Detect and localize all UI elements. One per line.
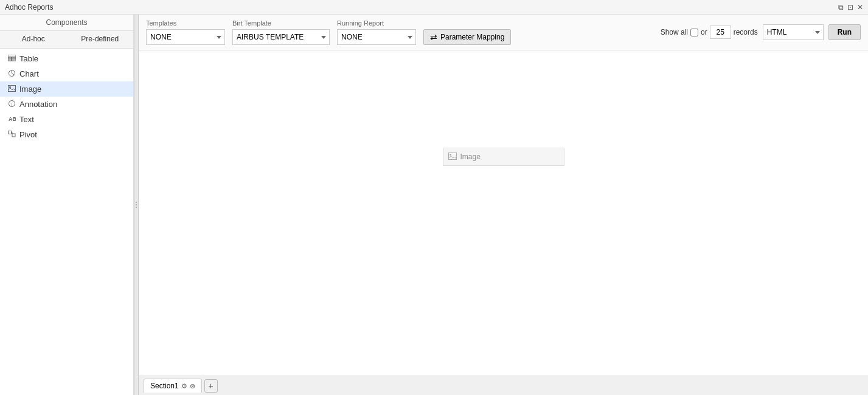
canvas-content: Image	[139, 50, 868, 376]
svg-point-14	[450, 154, 451, 156]
toolbar-right: Show all or records HTML PDF Excel Word …	[661, 24, 861, 40]
annotation-icon: !	[7, 100, 16, 109]
records-label: records	[734, 28, 758, 36]
show-all-checkbox[interactable]	[690, 29, 698, 36]
birt-template-group: Birt Template AIRBUS TEMPLATE	[232, 19, 330, 45]
tab-adhoc[interactable]: Ad-hoc	[0, 31, 67, 48]
run-button[interactable]: Run	[828, 24, 861, 40]
svg-rect-4	[12, 59, 16, 61]
sidebar-item-pivot-label: Pivot	[19, 130, 37, 139]
main-layout: Components Ad-hoc Pre-defined Table Char…	[0, 15, 868, 395]
table-icon	[7, 55, 16, 63]
tab-predefined[interactable]: Pre-defined	[67, 31, 134, 48]
toolbar: Templates NONE Birt Template AIRBUS TEMP…	[139, 15, 868, 50]
text-icon: AB	[7, 115, 16, 124]
sidebar-item-chart-label: Chart	[19, 69, 39, 78]
svg-rect-3	[8, 59, 12, 61]
birt-template-select[interactable]: AIRBUS TEMPLATE	[232, 29, 330, 45]
sidebar-item-text-label: Text	[19, 115, 34, 124]
resize-dot-1	[136, 202, 137, 203]
show-all-group: Show all or records	[661, 26, 758, 39]
svg-text:!: !	[11, 102, 12, 106]
app-title: Adhoc Reports	[5, 3, 53, 12]
resize-dot-3	[136, 207, 137, 208]
close-icon[interactable]: ✕	[857, 3, 863, 12]
canvas-area: Image Section1 ⚙ ⊗ +	[139, 50, 868, 395]
window-controls: ⧉ ⊡ ✕	[838, 3, 863, 12]
restore-icon[interactable]: ⧉	[838, 3, 844, 12]
sidebar-item-text[interactable]: AB Text	[0, 112, 133, 127]
sidebar-item-image-label: Image	[19, 84, 41, 94]
templates-select[interactable]: NONE	[146, 29, 225, 45]
running-report-group: Running Report NONE	[337, 19, 416, 45]
image-icon	[7, 85, 16, 94]
sidebar-resize-handle[interactable]	[134, 15, 139, 395]
sidebar-item-annotation[interactable]: ! Annotation	[0, 97, 133, 112]
resize-dot-2	[136, 204, 137, 205]
section1-label: Section1	[150, 382, 179, 390]
sidebar: Components Ad-hoc Pre-defined Table Char…	[0, 15, 134, 395]
sidebar-header: Components	[0, 15, 133, 31]
sidebar-item-image[interactable]: Image	[0, 81, 133, 97]
param-mapping-icon: ⇄	[430, 32, 437, 42]
sidebar-item-annotation-label: Annotation	[19, 100, 57, 109]
running-report-label: Running Report	[337, 19, 416, 27]
sidebar-item-pivot[interactable]: Pivot	[0, 127, 133, 142]
templates-group: Templates NONE	[146, 19, 225, 45]
records-input[interactable]	[710, 26, 731, 39]
sidebar-tabs: Ad-hoc Pre-defined	[0, 31, 133, 49]
running-report-select[interactable]: NONE	[337, 29, 416, 45]
svg-rect-13	[448, 153, 456, 159]
pivot-icon	[7, 131, 16, 139]
param-mapping-label: Parameter Mapping	[440, 33, 504, 41]
or-label: or	[701, 28, 707, 36]
title-bar: Adhoc Reports ⧉ ⊡ ✕	[0, 0, 868, 15]
parameter-mapping-button[interactable]: ⇄ Parameter Mapping	[423, 29, 511, 45]
sidebar-item-table-label: Table	[19, 54, 38, 63]
birt-template-label: Birt Template	[232, 19, 330, 27]
sidebar-item-table[interactable]: Table	[0, 51, 133, 66]
sidebar-item-chart[interactable]: Chart	[0, 66, 133, 81]
svg-point-7	[9, 86, 11, 88]
svg-rect-6	[8, 85, 15, 91]
svg-text:AB: AB	[9, 116, 16, 122]
bottom-tabs: Section1 ⚙ ⊗ +	[139, 376, 868, 395]
svg-rect-12	[12, 134, 15, 137]
format-select[interactable]: HTML PDF Excel Word	[763, 24, 824, 40]
templates-label: Templates	[146, 19, 225, 27]
content-area: Templates NONE Birt Template AIRBUS TEMP…	[139, 15, 868, 395]
maximize-icon[interactable]: ⊡	[847, 3, 853, 12]
section1-tab[interactable]: Section1 ⚙ ⊗	[144, 379, 202, 393]
section-close-icon[interactable]: ⊗	[190, 382, 195, 390]
section-settings-icon[interactable]: ⚙	[181, 382, 187, 390]
svg-rect-11	[8, 131, 11, 134]
image-placeholder[interactable]: Image	[443, 148, 564, 166]
image-placeholder-icon	[448, 153, 457, 162]
sidebar-items: Table Chart Image ! Annotation	[0, 49, 133, 145]
add-section-button[interactable]: +	[204, 379, 218, 393]
svg-rect-0	[8, 55, 16, 57]
chart-icon	[7, 70, 16, 78]
show-all-label: Show all	[661, 28, 688, 36]
image-placeholder-label: Image	[460, 153, 481, 161]
